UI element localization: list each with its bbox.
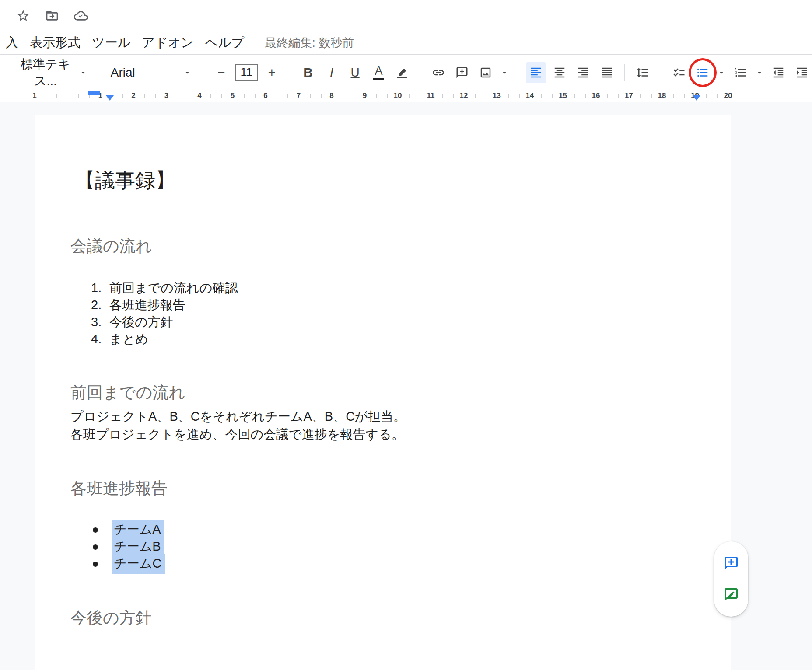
move-folder-icon[interactable] xyxy=(45,8,60,23)
ruler-tick xyxy=(640,94,641,98)
insert-image-menu-button[interactable] xyxy=(499,62,510,83)
checklist-icon xyxy=(672,66,686,79)
agenda-item[interactable]: 3.今後の方針 xyxy=(91,314,238,331)
team-item[interactable]: チームC xyxy=(91,555,165,572)
numbered-list-icon xyxy=(734,66,747,79)
heading-meeting-flow[interactable]: 会議の流れ xyxy=(70,237,152,256)
titlebar-quick-actions xyxy=(0,0,812,31)
right-indent-marker[interactable] xyxy=(693,95,700,101)
ruler[interactable]: 11234567891011121314151617181920 xyxy=(0,90,812,102)
bold-button[interactable]: B xyxy=(298,62,318,83)
ruler-tick xyxy=(189,94,189,98)
cloud-saved-icon[interactable] xyxy=(74,8,88,23)
ruler-tick xyxy=(387,94,388,98)
align-right-icon xyxy=(577,66,590,79)
paragraph-line[interactable]: 各班プロジェクトを進め、今回の会議で進捗を報告する。 xyxy=(70,426,406,443)
menu-item[interactable]: 入 xyxy=(0,34,24,52)
menubar-items: 入表示形式ツールアドオンヘルプ xyxy=(0,34,250,52)
font-size-input[interactable]: 11 xyxy=(235,64,259,81)
ruler-tick xyxy=(651,94,652,98)
first-line-indent-marker[interactable] xyxy=(88,91,100,95)
insert-link-button[interactable] xyxy=(428,62,448,83)
agenda-item[interactable]: 2.各班進捗報告 xyxy=(91,297,238,314)
highlight-color-button[interactable] xyxy=(392,62,412,83)
add-comment-icon xyxy=(723,555,739,571)
agenda-text[interactable]: まとめ xyxy=(109,331,148,348)
ruler-tick xyxy=(541,94,542,98)
team-item[interactable]: チームA xyxy=(91,521,165,538)
star-icon[interactable] xyxy=(16,8,31,23)
text-color-button[interactable]: A xyxy=(369,62,389,83)
left-indent-marker[interactable] xyxy=(106,95,114,101)
chevron-down-icon xyxy=(183,68,192,77)
align-justify-icon xyxy=(600,66,613,79)
font-family-selector[interactable]: Arial xyxy=(107,62,195,83)
ruler-tick xyxy=(376,94,377,98)
chevron-down-icon xyxy=(755,68,764,77)
image-icon xyxy=(479,66,492,79)
team-item[interactable]: チームB xyxy=(91,538,165,555)
suggest-edits-fab[interactable] xyxy=(721,585,741,604)
suggest-edit-icon xyxy=(723,587,739,603)
decrease-indent-button[interactable] xyxy=(768,62,788,83)
align-left-button[interactable] xyxy=(526,62,546,83)
add-comment-fab[interactable] xyxy=(721,554,741,573)
line-spacing-button[interactable] xyxy=(633,62,653,83)
toolbar-divider xyxy=(518,64,518,81)
agenda-item[interactable]: 1.前回までの流れの確認 xyxy=(91,279,238,297)
bulleted-list-menu-button[interactable] xyxy=(716,62,727,83)
document-page[interactable]: 【議事録】 会議の流れ 1.前回までの流れの確認2.各班進捗報告3.今後の方針4… xyxy=(35,115,731,670)
ruler-number: 20 xyxy=(724,91,732,100)
chevron-down-icon xyxy=(500,68,509,77)
ruler-number: 3 xyxy=(164,91,168,100)
menu-item[interactable]: ツール xyxy=(86,34,136,52)
bullet-dot xyxy=(93,544,98,550)
previous-flow-paragraph: プロジェクトA、B、CをそれぞれチームA、B、Cが担当。各班プロジェクトを進め、… xyxy=(70,408,406,443)
paragraph-line[interactable]: プロジェクトA、B、CをそれぞれチームA、B、Cが担当。 xyxy=(70,408,406,426)
menu-item[interactable]: 表示形式 xyxy=(24,34,86,52)
team-text[interactable]: チームC xyxy=(112,554,165,574)
paragraph-style-selector[interactable]: 標準テキス... xyxy=(9,62,91,83)
agenda-item[interactable]: 4.まとめ xyxy=(91,331,238,348)
line-spacing-icon xyxy=(636,66,649,79)
ruler-number: 14 xyxy=(526,91,534,100)
ruler-number: 8 xyxy=(329,91,333,100)
checklist-button[interactable] xyxy=(669,62,689,83)
ruler-tick xyxy=(310,94,311,98)
align-justify-button[interactable] xyxy=(597,62,617,83)
ruler-tick xyxy=(519,94,520,98)
italic-button[interactable]: I xyxy=(322,62,342,83)
ruler-tick xyxy=(210,94,211,98)
align-center-button[interactable] xyxy=(550,62,570,83)
add-comment-button[interactable] xyxy=(452,62,472,83)
align-right-button[interactable] xyxy=(573,62,593,83)
bullet-icon xyxy=(91,544,109,550)
numbered-list-menu-button[interactable] xyxy=(754,62,765,83)
ruler-tick xyxy=(178,94,178,98)
ruler-number: 7 xyxy=(297,91,301,100)
agenda-number: 3. xyxy=(91,315,109,329)
menu-item[interactable]: アドオン xyxy=(136,34,200,52)
heading-previous-flow[interactable]: 前回までの流れ xyxy=(70,383,185,402)
heading-future-policy[interactable]: 今後の方針 xyxy=(70,608,152,628)
document-area: 【議事録】 会議の流れ 1.前回までの流れの確認2.各班進捗報告3.今後の方針4… xyxy=(0,102,812,670)
decrease-font-size-button[interactable]: − xyxy=(211,62,231,83)
ruler-tick xyxy=(221,94,222,98)
italic-glyph: I xyxy=(330,65,333,80)
agenda-text[interactable]: 各班進捗報告 xyxy=(109,297,186,314)
ruler-number: 1 xyxy=(32,91,36,100)
link-icon xyxy=(432,66,445,79)
document-title[interactable]: 【議事録】 xyxy=(75,168,175,192)
last-edit-link[interactable]: 最終編集: 数秒前 xyxy=(265,35,354,51)
bulleted-list-button[interactable] xyxy=(693,62,713,83)
menu-item[interactable]: ヘルプ xyxy=(200,34,250,52)
heading-progress-report[interactable]: 各班進捗報告 xyxy=(70,479,168,498)
agenda-text[interactable]: 今後の方針 xyxy=(109,314,173,331)
insert-image-button[interactable] xyxy=(476,62,496,83)
ruler-tick xyxy=(706,94,707,98)
underline-button[interactable]: U xyxy=(345,62,365,83)
numbered-list-button[interactable] xyxy=(731,62,751,83)
increase-indent-button[interactable] xyxy=(792,62,812,83)
increase-font-size-button[interactable]: + xyxy=(262,62,282,83)
agenda-text[interactable]: 前回までの流れの確認 xyxy=(109,279,238,297)
